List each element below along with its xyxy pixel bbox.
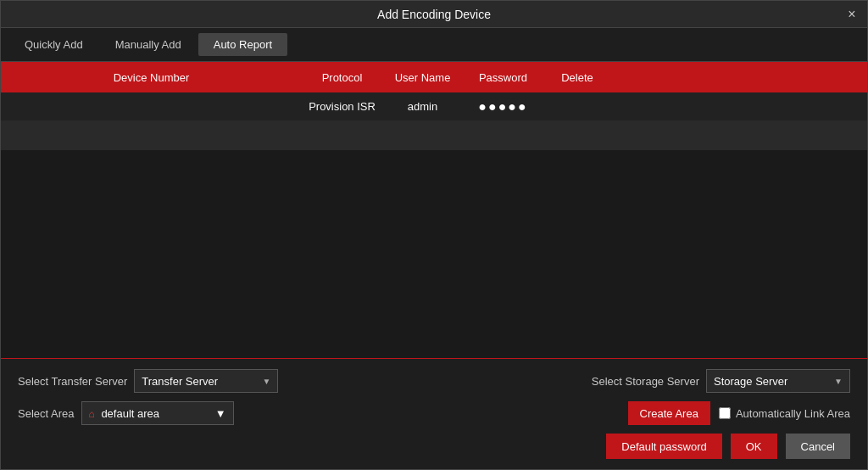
footer: Select Transfer Server Transfer Server ▼…: [1, 358, 867, 469]
device-table: Device Number Protocol User Name Passwor…: [1, 62, 867, 358]
table-row: Provision ISR admin ●●●●●: [1, 92, 867, 121]
home-icon: ⌂: [89, 408, 95, 420]
storage-server-value: Storage Server: [714, 375, 787, 388]
area-value: default area: [101, 407, 159, 420]
storage-server-chevron-icon: ▼: [834, 377, 843, 386]
tab-auto-report[interactable]: Auto Report: [198, 33, 287, 56]
table-header: Device Number Protocol User Name Passwor…: [1, 62, 867, 92]
transfer-server-label: Select Transfer Server: [18, 375, 127, 388]
title-bar: Add Encoding Device ×: [1, 1, 867, 28]
cancel-button[interactable]: Cancel: [786, 434, 850, 459]
area-select[interactable]: ⌂ default area ▼: [81, 401, 234, 425]
footer-row-2: Select Area ⌂ default area ▼ Create Area…: [18, 401, 850, 425]
auto-link-label: Automatically Link Area: [736, 407, 850, 420]
col-header-username: User Name: [382, 71, 463, 84]
storage-server-label: Select Storage Server: [592, 375, 699, 388]
cell-password: ●●●●●: [463, 99, 543, 115]
area-chevron-icon: ▼: [215, 407, 226, 420]
transfer-server-value: Transfer Server: [142, 375, 218, 388]
table-row-empty-1: [1, 121, 867, 150]
create-area-button[interactable]: Create Area: [628, 401, 710, 425]
area-label: Select Area: [18, 407, 75, 420]
right-group: Create Area Automatically Link Area: [628, 401, 851, 425]
default-password-button[interactable]: Default password: [606, 434, 721, 459]
area-group: Select Area ⌂ default area ▼: [18, 401, 234, 425]
footer-row-1: Select Transfer Server Transfer Server ▼…: [18, 369, 850, 393]
col-header-password: Password: [463, 71, 543, 84]
tab-quickly-add[interactable]: Quickly Add: [9, 33, 98, 56]
col-header-protocol: Protocol: [302, 71, 382, 84]
table-empty-area: [1, 150, 867, 358]
transfer-server-group: Select Transfer Server Transfer Server ▼: [18, 369, 278, 393]
transfer-server-chevron-icon: ▼: [262, 377, 270, 386]
ok-button[interactable]: OK: [731, 434, 777, 459]
cell-protocol: Provision ISR: [302, 100, 382, 113]
table-body: Provision ISR admin ●●●●●: [1, 92, 867, 150]
footer-row-3: Default password OK Cancel: [18, 434, 850, 459]
transfer-server-select[interactable]: Transfer Server ▼: [134, 369, 278, 393]
close-button[interactable]: ×: [843, 6, 860, 23]
auto-link-group: Automatically Link Area: [719, 407, 850, 420]
col-header-delete: Delete: [543, 71, 611, 84]
tab-manually-add[interactable]: Manually Add: [100, 33, 197, 56]
cell-username: admin: [382, 100, 463, 113]
dialog-title: Add Encoding Device: [377, 8, 491, 21]
auto-link-checkbox[interactable]: [719, 407, 731, 419]
storage-server-select[interactable]: Storage Server ▼: [706, 369, 850, 393]
storage-server-group: Select Storage Server Storage Server ▼: [592, 369, 850, 393]
col-header-device-number: Device Number: [1, 71, 302, 84]
tabs-bar: Quickly Add Manually Add Auto Report: [1, 28, 867, 62]
dialog: Add Encoding Device × Quickly Add Manual…: [0, 0, 868, 470]
